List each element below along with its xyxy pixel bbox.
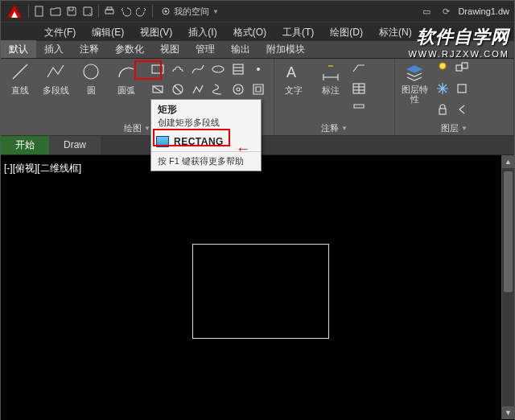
svg-rect-30 [456, 65, 462, 71]
tool-arc[interactable]: 圆弧 [110, 60, 142, 97]
menu-tools[interactable]: 工具(T) [274, 23, 322, 42]
app-window: 我的空间 ▼ ▭ ⟳ Drawing1.dw 文件(F) 编辑(E) 视图(V)… [0, 0, 515, 420]
layer-lock-icon[interactable] [435, 102, 450, 120]
tool-line-label: 直线 [11, 84, 29, 97]
open-icon[interactable] [48, 4, 63, 19]
workspace-dropdown[interactable]: 我的空间 ▼ [161, 6, 219, 18]
svg-rect-32 [458, 84, 466, 93]
tool-layerprops-label: 图层特性 [398, 84, 431, 104]
tool-circle-label: 圆 [87, 84, 96, 97]
arc-icon [115, 60, 138, 83]
tool-mleader-icon[interactable] [352, 102, 366, 120]
tool-leader-icon[interactable] [352, 60, 366, 78]
viewport-label[interactable]: [-][俯视][二维线框] [4, 162, 81, 175]
scroll-down-icon[interactable]: ▼ [502, 406, 514, 419]
ribbon-tab-addins[interactable]: 附加模块 [258, 40, 313, 58]
vertical-scrollbar[interactable]: ▲ ▼ [501, 155, 514, 419]
menu-view[interactable]: 视图(V) [132, 23, 180, 42]
svg-rect-29 [439, 109, 446, 114]
tool-hatch[interactable] [229, 60, 247, 78]
undo-icon[interactable] [118, 4, 133, 19]
device-icon[interactable]: ▭ [419, 4, 434, 19]
tool-point-icon[interactable] [249, 60, 267, 78]
svg-line-14 [153, 86, 163, 93]
tool-polyline-label: 多段线 [43, 84, 69, 97]
svg-point-4 [165, 10, 167, 13]
menu-file[interactable]: 文件(F) [36, 23, 84, 42]
ribbon-tab-default[interactable]: 默认 [1, 40, 36, 58]
line-icon [9, 60, 31, 83]
tool-revcloud[interactable] [169, 60, 187, 78]
layer-bulb-icon[interactable] [435, 60, 450, 78]
scroll-up-icon[interactable]: ▲ [502, 155, 514, 168]
tool-polyline[interactable]: 多段线 [39, 60, 72, 97]
tool-boundary-icon[interactable] [249, 80, 267, 98]
tool-dimension[interactable]: 标注 [315, 60, 347, 97]
document-title: Drawing1.dw [458, 6, 509, 16]
svg-rect-9 [233, 64, 243, 74]
layer-match-icon[interactable] [455, 60, 469, 78]
tool-text-label: 文字 [285, 84, 303, 97]
panel-annot-label[interactable]: 注释▼ [278, 121, 391, 135]
tooltip-command: RECTANG [174, 136, 224, 147]
tool-region-icon[interactable] [149, 80, 167, 98]
tool-ellipse[interactable] [209, 60, 227, 78]
svg-line-5 [13, 64, 27, 79]
menu-edit[interactable]: 编辑(E) [84, 23, 132, 42]
sync-icon[interactable]: ⟳ [439, 4, 453, 19]
drawn-rectangle [192, 244, 329, 339]
svg-line-16 [175, 86, 181, 93]
menu-format[interactable]: 格式(O) [225, 23, 274, 42]
rectang-cmd-icon [156, 136, 169, 147]
tool-spline[interactable] [189, 60, 207, 78]
tool-dim-label: 标注 [322, 84, 340, 97]
tool-circle[interactable]: 圆 [75, 60, 107, 97]
menu-dim[interactable]: 标注(N) [371, 23, 420, 42]
menu-draw[interactable]: 绘图(D) [322, 23, 371, 42]
ribbon-tab-manage[interactable]: 管理 [187, 40, 223, 58]
ribbon-tab-view[interactable]: 视图 [152, 40, 187, 58]
svg-rect-0 [35, 6, 43, 16]
tool-text[interactable]: A 文字 [278, 60, 310, 97]
doc-tab-start[interactable]: 开始 [1, 135, 49, 154]
tool-3dpoly-icon[interactable] [189, 80, 207, 98]
doc-tab-drawing[interactable]: Draw [49, 135, 101, 154]
svg-rect-1 [105, 10, 113, 14]
ribbon-tabs: 默认 插入 注释 参数化 视图 管理 输出 附加模块 [1, 41, 514, 59]
panel-layer-label[interactable]: 图层▼ [398, 121, 510, 135]
panel-layers: 图层特性 图层▼ [395, 59, 514, 135]
tool-table-icon[interactable] [352, 81, 366, 99]
layer-iso-icon[interactable] [455, 81, 469, 99]
tool-layer-props[interactable]: 图层特性 [398, 60, 431, 104]
save-icon[interactable] [64, 4, 79, 19]
quick-access-toolbar: 我的空间 ▼ ▭ ⟳ Drawing1.dw [1, 1, 514, 22]
menu-bar: 文件(F) 编辑(E) 视图(V) 插入(I) 格式(O) 工具(T) 绘图(D… [1, 22, 514, 41]
ribbon-tab-parametric[interactable]: 参数化 [107, 40, 152, 58]
tool-helix-icon[interactable] [209, 80, 227, 98]
scroll-thumb[interactable] [504, 171, 513, 292]
layer-props-icon [403, 60, 426, 83]
ribbon-tab-insert[interactable]: 插入 [36, 40, 72, 58]
svg-rect-2 [107, 7, 112, 10]
layer-freeze-icon[interactable] [435, 81, 450, 99]
tool-rectangle[interactable] [149, 60, 167, 78]
redo-icon[interactable] [134, 4, 149, 19]
svg-point-12 [258, 68, 260, 71]
new-icon[interactable] [32, 4, 47, 19]
tool-donut-icon[interactable] [229, 80, 247, 98]
tooltip-rectangle: 矩形 创建矩形多段线 RECTANG 按 F1 键获得更多帮助 [150, 99, 262, 171]
layer-prev-icon[interactable] [455, 102, 469, 120]
print-icon[interactable] [102, 4, 117, 19]
tooltip-title: 矩形 [151, 100, 261, 117]
svg-text:A: A [286, 64, 296, 80]
ribbon-tab-annotate[interactable]: 注释 [72, 40, 107, 58]
tool-line[interactable]: 直线 [4, 60, 36, 97]
saveas-icon[interactable] [80, 4, 95, 19]
ribbon-tab-output[interactable]: 输出 [223, 40, 258, 58]
tool-wipeout-icon[interactable] [169, 80, 187, 98]
svg-point-6 [84, 64, 98, 79]
menu-insert[interactable]: 插入(I) [180, 23, 225, 42]
app-logo-icon[interactable] [4, 2, 25, 20]
drawing-canvas[interactable]: [-][俯视][二维线框] [1, 155, 514, 420]
text-icon: A [282, 60, 305, 83]
